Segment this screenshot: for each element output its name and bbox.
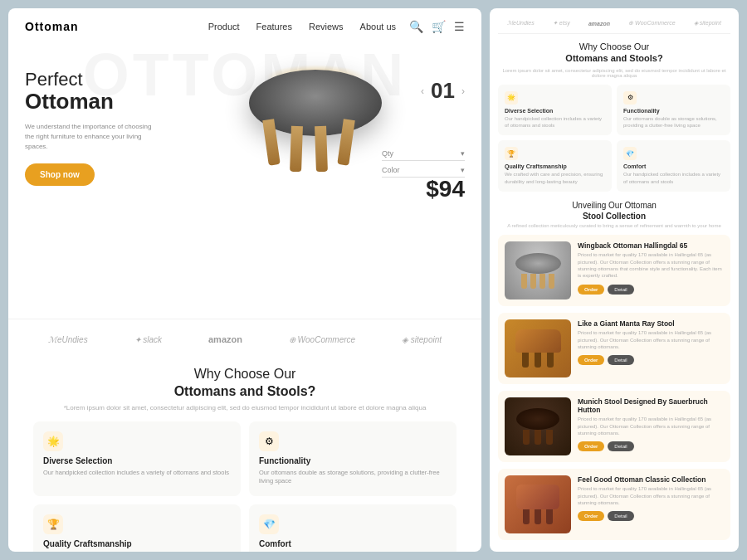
craftsmanship-title: Quality Craftsmanship	[43, 539, 231, 548]
right-craftsmanship-desc: We crafted with care and precision, ensu…	[505, 171, 605, 185]
right-diverse-icon: 🌟	[505, 91, 518, 105]
right-brand-amazon: amazon	[588, 21, 610, 27]
feature-card-diverse: 🌟 Diverse Selection Our handpicked colle…	[33, 421, 241, 496]
diverse-desc: Our handpicked collection includes a var…	[43, 469, 231, 478]
product-desc-manta: Priced to market for quality 170 availab…	[578, 329, 724, 350]
right-brand-meundies: ℳeUndies	[507, 20, 535, 27]
right-top-brands: ℳeUndies ✦ etsy amazon ⊕ WooCommerce ◈ s…	[498, 17, 730, 34]
color-chevron: ▾	[461, 166, 465, 174]
detail-btn-wingback[interactable]: Detail	[608, 285, 633, 295]
shop-now-button[interactable]: Shop now	[25, 163, 95, 186]
product-img-wingback	[505, 241, 571, 299]
unveiling-line2: Stool Collection	[583, 212, 646, 221]
right-brand-sitepoint: ◈ sitepoint	[694, 20, 721, 27]
nav-link-product[interactable]: Product	[208, 22, 240, 32]
detail-btn-munich[interactable]: Detail	[608, 441, 633, 451]
product-img-inner-feelgood	[505, 475, 571, 533]
qty-chevron: ▾	[461, 149, 465, 158]
product-card-feelgood: Feel Good Ottoman Classic Collection Pri…	[498, 469, 730, 540]
right-comfort-icon: 💎	[623, 147, 637, 160]
why-section: Why Choose Our Ottomans and Stools? *Lor…	[8, 353, 481, 552]
product-name-feelgood: Feel Good Ottoman Classic Collection	[578, 475, 724, 484]
why-title-line1: Why Choose Our	[194, 367, 296, 381]
feature-card-functionality: ⚙ Functionality Our ottomans double as s…	[249, 421, 456, 496]
product-card-manta: Like a Giant Manta Ray Stool Priced to m…	[498, 313, 730, 384]
nav-icons: 🔍 🛒 ☰	[409, 20, 465, 33]
craftsmanship-icon: 🏆	[43, 514, 63, 534]
hero-text-block: Perfect Ottoman We understand the import…	[25, 53, 158, 186]
counter-next[interactable]: ›	[461, 85, 465, 97]
product-name-manta: Like a Giant Manta Ray Stool	[578, 319, 724, 328]
right-panel: ℳeUndies ✦ etsy amazon ⊕ WooCommerce ◈ s…	[490, 8, 739, 552]
color-label: Color	[382, 166, 400, 174]
product-name-wingback: Wingback Ottoman Hallingdal 65	[578, 241, 724, 250]
right-craftsmanship-icon: 🏆	[505, 147, 518, 160]
product-card-munich: Munich Stool Designed By Sauerbruch Hutt…	[498, 391, 730, 462]
mini-ottoman-2	[515, 329, 561, 368]
product-img-inner	[505, 241, 571, 299]
order-btn-feelgood[interactable]: Order	[578, 511, 604, 521]
nav-link-features[interactable]: Features	[256, 22, 292, 32]
brands-bar: ℳeUndies ✦ slack amazon ⊕ WooCommerce ◈ …	[8, 319, 481, 353]
product-info-munich: Munich Stool Designed By Sauerbruch Hutt…	[578, 397, 724, 451]
unveiling-section: Unveiling Our Ottoman Stool Collection A…	[498, 200, 730, 228]
nav-link-reviews[interactable]: Reviews	[309, 22, 344, 32]
diverse-icon: 🌟	[43, 431, 63, 451]
feature-card-craftsmanship: 🏆 Quality Craftsmanship We crafted with …	[33, 504, 241, 552]
unveiling-line1: Unveiling Our Ottoman	[572, 201, 657, 210]
product-desc-wingback: Priced to market for quality 170 availab…	[578, 251, 724, 280]
right-feature-craftsmanship: 🏆 Quality Craftsmanship We crafted with …	[498, 140, 612, 192]
product-img-feelgood	[505, 475, 571, 533]
counter-number: 01	[431, 78, 455, 104]
cart-icon[interactable]: 🛒	[432, 20, 446, 33]
product-btns-wingback: Order Detail	[578, 285, 724, 295]
why-title: Why Choose Our Ottomans and Stools?	[25, 366, 465, 401]
product-price: $94	[426, 176, 465, 202]
search-icon[interactable]: 🔍	[409, 20, 423, 33]
functionality-icon: ⚙	[259, 431, 279, 451]
counter-prev[interactable]: ‹	[421, 85, 424, 97]
right-why-sub: Lorem ipsum dolor sit amet, consectetur …	[498, 68, 730, 78]
right-why-title: Why Choose Our Ottomans and Stools?	[498, 41, 730, 65]
order-btn-manta[interactable]: Order	[578, 355, 604, 365]
product-info-feelgood: Feel Good Ottoman Classic Collection Pri…	[578, 475, 724, 521]
brand-amazon: amazon	[208, 334, 242, 344]
hero-selectors: Qty ▾ Color ▾ $94	[382, 149, 465, 178]
product-btns-feelgood: Order Detail	[578, 511, 724, 521]
product-btns-munich: Order Detail	[578, 441, 724, 451]
right-diverse-title: Diverse Selection	[505, 108, 605, 114]
order-btn-munich[interactable]: Order	[578, 441, 604, 451]
hero-content: Perfect Ottoman We understand the import…	[25, 53, 465, 186]
diverse-title: Diverse Selection	[43, 456, 231, 465]
right-craftsmanship-title: Quality Craftsmanship	[505, 163, 605, 169]
qty-selector[interactable]: Qty ▾	[382, 149, 465, 161]
mini-ottoman-3	[516, 408, 559, 445]
product-desc-feelgood: Priced to market for quality 170 availab…	[578, 485, 724, 506]
hero-description: We understand the importance of choosing…	[25, 122, 158, 152]
nav-logo: Ottoman	[25, 20, 79, 33]
comfort-icon: 💎	[259, 514, 279, 534]
product-info-manta: Like a Giant Manta Ray Stool Priced to m…	[578, 319, 724, 365]
product-img-inner-manta	[505, 319, 571, 377]
mini-ottoman-4	[516, 485, 559, 524]
order-btn-wingback[interactable]: Order	[578, 285, 604, 295]
right-comfort-title: Comfort	[623, 163, 724, 169]
product-info-wingback: Wingback Ottoman Hallingdal 65 Priced to…	[578, 241, 724, 295]
mini-ottoman-1	[515, 253, 561, 289]
hero-title-line2: Ottoman	[25, 90, 158, 114]
menu-icon[interactable]: ☰	[454, 20, 465, 33]
qty-label: Qty	[382, 149, 393, 158]
ottoman-product-image	[237, 53, 394, 186]
detail-btn-manta[interactable]: Detail	[608, 355, 633, 365]
right-functionality-desc: Our ottomans double as storage solutions…	[623, 115, 724, 129]
right-functionality-title: Functionality	[623, 108, 724, 114]
nav-link-about[interactable]: About us	[360, 22, 396, 32]
product-btns-manta: Order Detail	[578, 355, 724, 365]
right-why-section: Why Choose Our Ottomans and Stools? Lore…	[498, 41, 730, 192]
page-wrapper: Ottoman Product Features Reviews About u…	[0, 0, 747, 560]
left-panel: Ottoman Product Features Reviews About u…	[8, 8, 481, 552]
right-why-title2: Ottomans and Stools?	[565, 53, 662, 63]
navigation: Ottoman Product Features Reviews About u…	[8, 8, 481, 45]
detail-btn-feelgood[interactable]: Detail	[608, 511, 633, 521]
product-desc-munich: Priced to market for quality 170 availab…	[578, 416, 724, 436]
